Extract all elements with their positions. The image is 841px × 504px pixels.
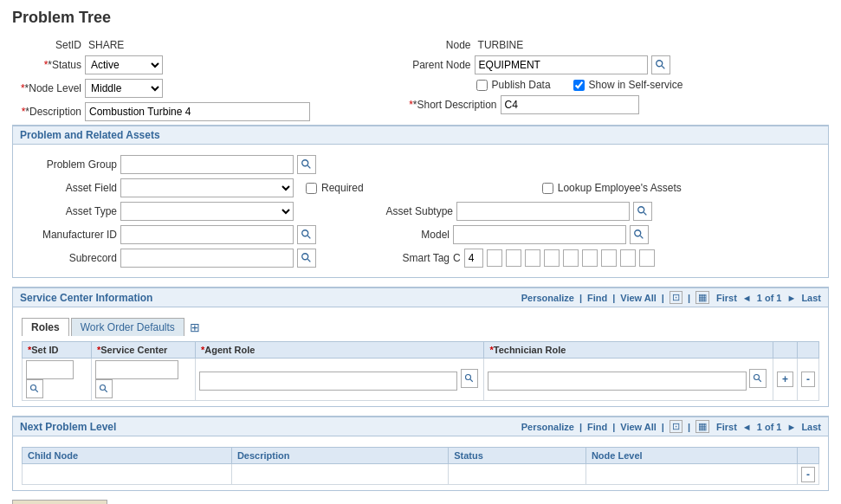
asset-subtype-search-button[interactable] bbox=[633, 202, 652, 221]
np-nav-info: 1 of 1 bbox=[757, 422, 782, 432]
asset-subtype-search-icon bbox=[637, 205, 649, 217]
lookup-employee-checkbox[interactable] bbox=[542, 183, 553, 194]
required-label: Required bbox=[321, 182, 364, 194]
asset-type-select[interactable] bbox=[120, 202, 294, 221]
service-center-search-icon bbox=[99, 383, 109, 395]
problem-group-search-button[interactable] bbox=[297, 155, 316, 174]
svg-point-8 bbox=[635, 230, 641, 236]
status-select[interactable]: Active Inactive bbox=[85, 55, 163, 74]
np-remove-row-button[interactable]: - bbox=[801, 467, 815, 482]
set-id-search-button[interactable] bbox=[26, 379, 43, 398]
node-level-select[interactable]: Top Middle Bottom bbox=[85, 79, 163, 98]
agent-role-search-button[interactable] bbox=[461, 369, 478, 388]
manufacturer-id-search-button[interactable] bbox=[297, 225, 316, 244]
parent-node-input[interactable] bbox=[475, 55, 648, 74]
next-problem-table: Child Node Description Status Node Level bbox=[22, 447, 819, 485]
smart-tag-cell-6[interactable] bbox=[582, 249, 598, 267]
problem-group-input[interactable] bbox=[120, 155, 294, 174]
manufacturer-id-input[interactable] bbox=[120, 225, 294, 244]
np-nav-next-button[interactable]: ► bbox=[785, 422, 798, 432]
lookup-employee-label: Lookup Employee's Assets bbox=[558, 182, 682, 194]
technician-role-input[interactable] bbox=[488, 372, 747, 391]
th-technician-role: Technician Role bbox=[484, 342, 773, 359]
svg-line-3 bbox=[307, 165, 310, 168]
short-desc-label: *Short Description bbox=[393, 99, 497, 111]
parent-node-search-button[interactable] bbox=[651, 55, 670, 74]
np-personalize-link[interactable]: Personalize bbox=[521, 422, 574, 432]
svg-point-4 bbox=[638, 207, 644, 213]
tab-expand-icon[interactable]: ⊞ bbox=[186, 319, 204, 336]
asset-subtype-input[interactable] bbox=[456, 202, 630, 221]
smart-tag-cell-1[interactable] bbox=[487, 249, 502, 267]
svg-point-0 bbox=[656, 61, 662, 67]
service-center-search-button[interactable] bbox=[95, 379, 113, 398]
np-view-all-link[interactable]: View All bbox=[620, 422, 657, 432]
service-center-title: Service Center Information bbox=[20, 292, 152, 304]
agent-role-input[interactable] bbox=[199, 372, 457, 391]
model-search-button[interactable] bbox=[630, 225, 649, 244]
required-checkbox[interactable] bbox=[306, 183, 317, 194]
asset-type-label: Asset Type bbox=[22, 205, 117, 217]
smart-tag-cell-3[interactable] bbox=[525, 249, 540, 267]
personalize-link[interactable]: Personalize bbox=[521, 293, 574, 303]
subrecord-input[interactable] bbox=[120, 249, 294, 268]
set-id-input[interactable] bbox=[26, 360, 74, 379]
next-problem-tools: Personalize | Find | View All | ⊡ | ▦ Fi… bbox=[521, 420, 821, 433]
smart-tag-cell-5[interactable] bbox=[563, 249, 579, 267]
th-service-center: Service Center bbox=[92, 342, 196, 359]
problem-section-header: Problem and Related Assets bbox=[13, 126, 828, 145]
add-row-button[interactable]: + bbox=[777, 372, 793, 387]
publish-data-field: Publish Data bbox=[475, 79, 551, 91]
svg-line-13 bbox=[36, 390, 38, 392]
find-link[interactable]: Find bbox=[587, 293, 607, 303]
remove-row-button[interactable]: - bbox=[801, 372, 815, 387]
tab-work-order-defaults[interactable]: Work Order Defaults bbox=[71, 318, 184, 336]
node-level-label: *Node Level bbox=[12, 82, 81, 94]
show-self-service-checkbox[interactable] bbox=[573, 80, 585, 91]
problem-group-label: Problem Group bbox=[22, 158, 117, 171]
np-th-child-node: Child Node bbox=[23, 448, 232, 464]
asset-field-select[interactable] bbox=[120, 178, 294, 197]
np-find-link[interactable]: Find bbox=[587, 422, 607, 432]
service-center-input[interactable] bbox=[95, 360, 178, 379]
sc-nav-prev-button[interactable]: ◄ bbox=[741, 293, 754, 303]
expand-icon-button[interactable]: ⊡ bbox=[670, 291, 683, 304]
bottom-buttons: Add Child Node Return To Parent Level bbox=[12, 500, 829, 504]
grid-icon-button[interactable]: ▦ bbox=[695, 291, 709, 304]
technician-role-search-icon bbox=[753, 372, 763, 384]
tab-roles[interactable]: Roles bbox=[22, 318, 69, 336]
svg-point-14 bbox=[100, 385, 106, 391]
np-grid-icon-button[interactable]: ▦ bbox=[695, 420, 709, 433]
node-value: TURBINE bbox=[478, 39, 524, 51]
service-center-tools: Personalize | Find | View All | ⊡ | ▦ Fi… bbox=[521, 291, 821, 304]
th-remove bbox=[798, 342, 819, 359]
publish-data-checkbox[interactable] bbox=[476, 80, 488, 91]
next-problem-title: Next Problem Level bbox=[20, 421, 116, 433]
np-expand-icon-button[interactable]: ⊡ bbox=[670, 420, 683, 433]
smart-tag-cell-7[interactable] bbox=[601, 249, 617, 267]
problem-group-search-icon bbox=[301, 158, 313, 171]
smart-tag-cell-8[interactable] bbox=[620, 249, 636, 267]
service-center-header: Service Center Information Personalize |… bbox=[13, 288, 828, 307]
view-all-link[interactable]: View All bbox=[620, 293, 657, 303]
svg-point-12 bbox=[31, 385, 36, 391]
table-row: + - bbox=[23, 359, 819, 401]
description-input[interactable]: Combustion Turbine 4 bbox=[85, 102, 310, 121]
sc-nav-next-button[interactable]: ► bbox=[785, 293, 798, 303]
add-child-node-button[interactable]: Add Child Node bbox=[12, 500, 107, 504]
smart-tag-value-input[interactable] bbox=[464, 249, 483, 268]
th-add bbox=[773, 342, 797, 359]
np-nav-prev-button[interactable]: ◄ bbox=[741, 422, 754, 432]
smart-tag-cell-9[interactable] bbox=[639, 249, 655, 267]
technician-role-search-button[interactable] bbox=[749, 369, 767, 388]
next-problem-header: Next Problem Level Personalize | Find | … bbox=[13, 417, 828, 436]
problem-section-title: Problem and Related Assets bbox=[20, 129, 160, 141]
subrecord-search-button[interactable] bbox=[297, 249, 316, 268]
smart-tag-cell-4[interactable] bbox=[544, 249, 560, 267]
problem-section: Problem and Related Assets Problem Group… bbox=[12, 125, 829, 278]
np-th-node-level: Node Level bbox=[585, 448, 797, 464]
model-input[interactable] bbox=[453, 225, 626, 244]
smart-tag-cell-2[interactable] bbox=[506, 249, 521, 267]
th-set-id: Set ID bbox=[23, 342, 92, 359]
short-desc-input[interactable] bbox=[501, 95, 639, 114]
